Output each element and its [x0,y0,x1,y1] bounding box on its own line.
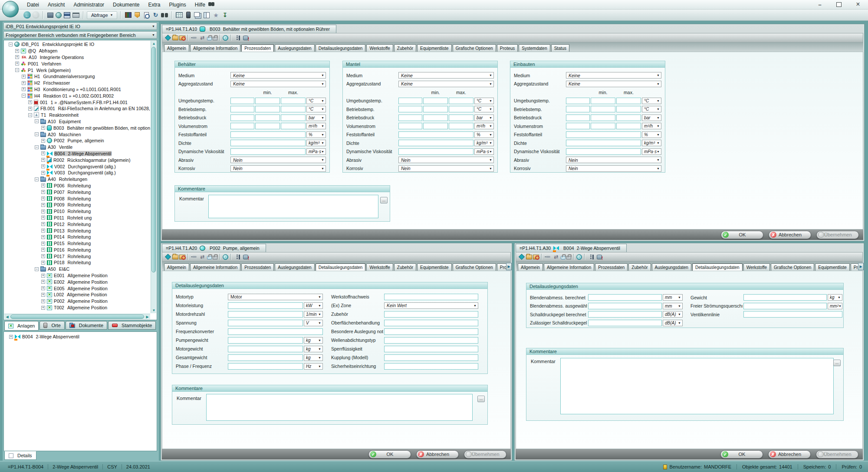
value-input[interactable] [588,303,662,309]
expander-icon[interactable] [41,184,45,187]
value-input[interactable] [230,131,306,138]
scroll-right-icon[interactable]: ▶ [145,314,150,320]
value-input[interactable] [228,346,303,352]
value-input[interactable] [398,123,422,129]
area-selector[interactable]: Freigegebener Bereich verbunden mit Frei… [3,31,157,39]
expander-icon[interactable] [28,113,32,117]
vertical-scrollbar[interactable]: ▲ ▼ [151,41,156,313]
min-input[interactable] [255,123,280,129]
expander-icon[interactable] [41,248,45,252]
form-tab[interactable]: Prozessdaten [241,263,274,271]
value-input[interactable] [230,123,254,129]
value-input[interactable] [230,106,254,112]
unit-select[interactable]: kW▼ [304,302,323,309]
expander-icon[interactable] [35,177,39,181]
form-tab[interactable]: Proteus [497,44,518,52]
tree-item[interactable]: P018Rohrleitung [4,259,150,266]
max-input[interactable] [616,106,641,112]
expander-icon[interactable] [41,197,45,200]
expander-icon[interactable] [41,171,45,175]
tree-item[interactable]: A40Rohrleitungen [4,176,150,183]
expander-icon[interactable] [41,286,45,290]
comment-more-button[interactable]: ... [380,197,388,203]
redo-icon[interactable] [151,11,159,19]
scroll-down-icon[interactable]: ▼ [151,308,157,313]
form-tab[interactable]: Allgemein [164,263,189,271]
value-input[interactable] [398,131,473,138]
max-input[interactable] [616,98,641,104]
value-input[interactable] [398,98,422,104]
value-input[interactable] [588,320,662,326]
scrollbar-thumb[interactable] [151,47,156,272]
value-input[interactable] [566,148,641,155]
value-select[interactable]: Kein Wert▼ [384,302,478,309]
expander-icon[interactable] [41,158,45,162]
cards-icon[interactable] [194,11,201,19]
min-input[interactable] [255,115,280,121]
expander-icon[interactable] [41,306,45,310]
ok-button[interactable]: ✓OK [720,450,763,459]
expander-icon[interactable] [41,216,45,220]
value-select[interactable]: Nein▼ [566,165,661,172]
tree-item[interactable]: B003Behälter mit gewölbten Böden, mit op… [4,125,150,131]
tree-item[interactable]: P002Pumpe, allgemein [4,138,150,144]
form-tab[interactable]: Grafische Optionen [453,44,496,52]
tree-item[interactable]: P013Rohrleitung [4,227,150,234]
db-alert-icon[interactable] [595,253,603,261]
unit-select[interactable]: %▼ [642,131,661,138]
cancel-button[interactable]: ✗Abbrechen [416,450,459,459]
value-select[interactable]: Nein▼ [230,157,326,163]
min-input[interactable] [591,98,615,104]
unit-select[interactable]: bar▼ [642,115,661,121]
value-select[interactable]: Keine▼ [230,72,326,79]
tree-item[interactable]: R002Rückschlagarmatur (allgemein) [4,157,150,163]
min-input[interactable] [423,106,448,112]
max-input[interactable] [616,123,641,129]
value-select[interactable]: Keine▼ [230,81,326,87]
details-tab[interactable]: Details [4,451,36,460]
menu-item[interactable]: Extra [144,0,164,10]
expander-icon[interactable] [41,235,45,239]
form-tab[interactable]: Allgemein [164,44,189,52]
unit-select[interactable]: °C▼ [474,98,494,104]
value-input[interactable] [228,302,303,309]
value-input[interactable] [228,311,303,318]
folder-search-icon[interactable] [179,36,185,40]
sidebar-tab[interactable]: Stammobjekte [108,321,156,330]
tree-item[interactable]: P009Rohrleitung [4,202,150,208]
unit-select[interactable]: m³/h▼ [642,123,661,129]
sidebar-tab[interactable]: Dokumente [66,321,107,330]
form-tab[interactable]: Auslegungsdaten [275,263,314,271]
cancel-button[interactable]: ✗Abbrechen [768,450,811,459]
expander-icon[interactable] [41,222,45,226]
unit-select[interactable]: kg▼ [304,337,323,344]
tree-item[interactable]: P001Verfahren [4,60,150,67]
tree-item[interactable]: A20Maschinen [4,131,150,138]
tab-scroll-right-icon[interactable]: ▶ [506,263,512,270]
value-input[interactable] [384,311,478,318]
swap-icon[interactable] [199,34,206,42]
tree-item[interactable]: P012Rohrleitung [4,221,150,227]
books-icon[interactable] [124,11,132,19]
swap-icon[interactable] [552,253,560,261]
value-input[interactable] [398,115,422,121]
unit-select[interactable]: dB(A)▼ [663,320,683,326]
unit-select[interactable]: V▼ [304,320,323,326]
lock-icon[interactable] [561,256,566,259]
print-icon[interactable] [72,11,80,19]
min-input[interactable] [423,115,448,121]
tree-item[interactable]: P016Rohrleitung [4,247,150,253]
expander-icon[interactable] [35,267,39,271]
star-icon[interactable] [212,11,220,19]
unit-select[interactable]: kg/m³▼ [642,140,661,146]
form-tab[interactable]: Allgemeine Information [190,44,240,52]
value-input[interactable] [230,98,254,104]
min-input[interactable] [591,123,615,129]
folder-open-icon[interactable] [526,255,532,259]
unit-select[interactable]: mPa·s▼ [642,148,661,155]
unit-select[interactable]: mm▼ [663,303,683,309]
unit-select[interactable]: mm▼ [663,294,683,301]
tree-item[interactable]: FB.001R&I-Fließschema in Anlehnung an EN… [4,105,150,112]
min-input[interactable] [255,98,280,104]
value-select[interactable]: Keine▼ [398,81,494,87]
